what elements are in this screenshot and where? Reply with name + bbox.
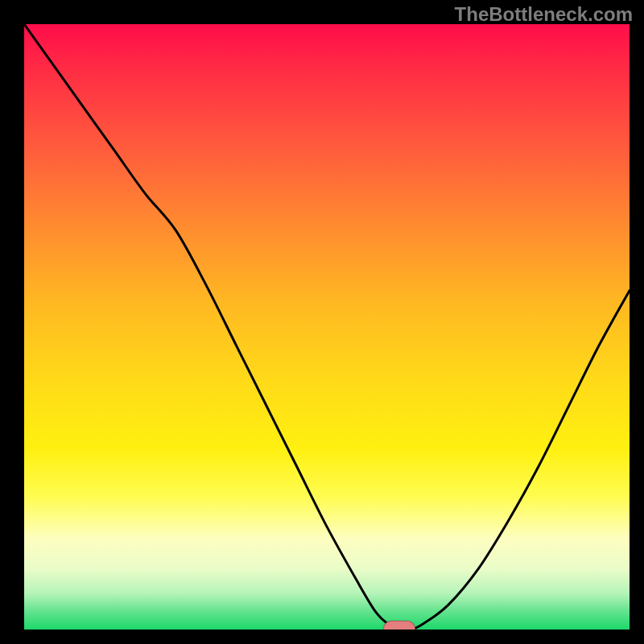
bottleneck-curve-path [24, 24, 630, 630]
plot-area [24, 24, 630, 630]
chart-frame: TheBottleneck.com [0, 0, 644, 644]
bottleneck-curve [24, 24, 630, 630]
optimal-marker [383, 621, 415, 630]
watermark-text: TheBottleneck.com [455, 3, 633, 26]
